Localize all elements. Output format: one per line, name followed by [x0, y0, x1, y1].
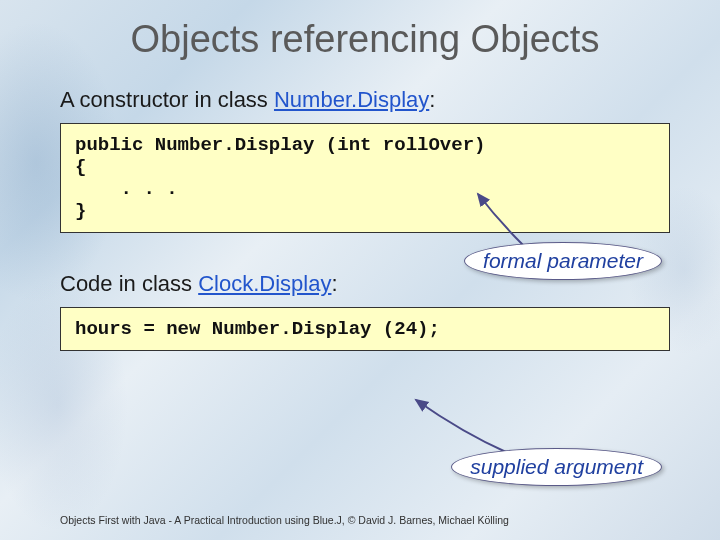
code-box-1: public Number.Display (int rollOver) { .…	[60, 123, 670, 233]
section2-intro-prefix: Code in class	[60, 271, 198, 296]
code2: hours = new Number.Display (24);	[75, 318, 440, 340]
code-box-2: hours = new Number.Display (24);	[60, 307, 670, 351]
code1: public Number.Display (int rollOver) { .…	[75, 134, 485, 222]
section1-intro-suffix: :	[429, 87, 435, 112]
slide-title: Objects referencing Objects	[60, 18, 670, 61]
callout-supplied-argument: supplied argument	[451, 448, 662, 486]
section1-intro: A constructor in class Number.Display:	[60, 87, 670, 113]
section2-classname: Clock.Display	[198, 271, 331, 296]
section1-classname: Number.Display	[274, 87, 429, 112]
section2-intro-suffix: :	[331, 271, 337, 296]
section1-intro-prefix: A constructor in class	[60, 87, 274, 112]
footer: Objects First with Java - A Practical In…	[60, 514, 670, 526]
callout-formal-parameter: formal parameter	[464, 242, 662, 280]
